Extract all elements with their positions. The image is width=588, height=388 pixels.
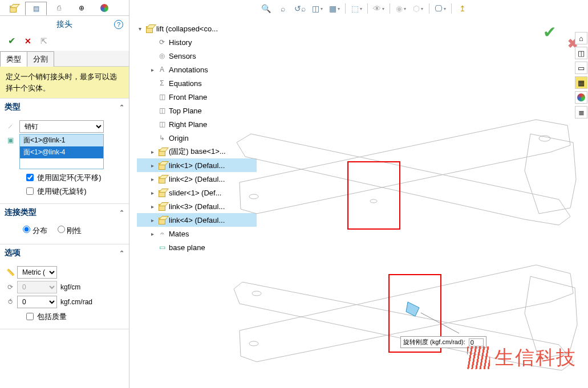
crosshair-icon: ⊕ xyxy=(79,4,84,12)
radio-distributed[interactable]: 分布 xyxy=(23,226,47,236)
tree-item-label: base plane xyxy=(169,243,205,252)
tree-item-label: Right Plane xyxy=(169,120,207,129)
tree-item-2[interactable]: ▸AAnnotations xyxy=(137,63,257,76)
use-fixed-ring-checkbox[interactable]: 使用固定环(无平移) xyxy=(26,173,124,183)
tab-split[interactable]: 分割 xyxy=(27,51,54,67)
home-icon[interactable]: ⌂ xyxy=(575,32,587,44)
section-options-header[interactable]: 选项 ⌃ xyxy=(0,244,129,262)
triad-icon[interactable]: ↥ xyxy=(456,2,469,15)
scene-icon[interactable]: ⬡ xyxy=(412,2,424,15)
tree-item-label: Mates xyxy=(169,230,189,238)
watermark-text: 生信科技 xyxy=(494,345,577,371)
stiffness-icon: ⟳ xyxy=(5,283,16,291)
rot-stiffness-icon: ⥀ xyxy=(5,298,16,306)
mates-icon: 𝄐 xyxy=(157,229,167,238)
tree-root-label: lift (collapsed<co... xyxy=(156,24,218,33)
plane-icon: ◫ xyxy=(157,120,167,129)
help-icon[interactable]: ? xyxy=(114,20,123,29)
selection-item-1[interactable]: 面<1>@link-1 xyxy=(20,134,103,146)
grid-icon[interactable]: ▦ xyxy=(575,76,587,89)
folder-icon[interactable]: ▭ xyxy=(575,62,587,74)
part-icon xyxy=(157,215,167,224)
property-panel: ▤ ⎙ ⊕ 接头 ? ✔ ✕ ⇱ 类型 分割 定义一个销钉接头时，最多可以选择十… xyxy=(0,0,129,388)
radio-rigid[interactable]: 刚性 xyxy=(58,226,82,236)
tab-properties-icon[interactable]: ▤ xyxy=(25,2,47,15)
view-orientation-icon[interactable]: ▦ xyxy=(328,2,340,15)
include-mass-checkbox[interactable]: 包括质量 xyxy=(26,312,124,322)
chevron-up-icon: ⌃ xyxy=(119,250,124,257)
tree-item-label: Equations xyxy=(169,79,202,88)
section-view-icon[interactable]: ◫ xyxy=(311,2,323,15)
panel-title-text: 接头 xyxy=(56,19,72,30)
expand-icon[interactable]: ▸ xyxy=(149,162,155,169)
cube-view-icon[interactable]: ◫ xyxy=(575,47,587,59)
section-connection-header[interactable]: 连接类型 ⌃ xyxy=(0,204,129,221)
tab-appearance-icon[interactable] xyxy=(94,1,115,15)
tree-item-0[interactable]: ⟳History xyxy=(137,35,257,49)
section-type-header[interactable]: 类型 ⌃ xyxy=(0,99,129,116)
include-mass-input[interactable] xyxy=(26,313,34,320)
unit-system-select[interactable]: Metric (G) xyxy=(17,266,57,279)
expand-icon[interactable]: ▸ xyxy=(149,231,155,237)
hint-box: 定义一个销钉接头时，最多可以选择十个实体。 xyxy=(0,67,129,99)
render-icon[interactable]: 🖵 xyxy=(434,2,447,15)
use-key-checkbox[interactable]: 使用键(无旋转) xyxy=(26,186,124,197)
zoom-area-icon[interactable]: ⌕ xyxy=(277,2,289,15)
expand-icon[interactable]: ▸ xyxy=(149,149,155,155)
pin-button[interactable]: ⇱ xyxy=(40,36,47,46)
appearance-ball-icon[interactable] xyxy=(575,91,587,104)
tree-item-1[interactable]: ◎Sensors xyxy=(137,49,257,63)
part-icon xyxy=(157,188,167,197)
display-style-icon[interactable]: ⬚ xyxy=(350,2,363,15)
svg-point-3 xyxy=(249,341,258,346)
tab-type[interactable]: 类型 xyxy=(0,51,27,67)
expand-icon[interactable]: ▸ xyxy=(149,203,155,210)
list-icon[interactable]: ≣ xyxy=(575,106,587,119)
chevron-up-icon: ⌃ xyxy=(119,209,124,217)
tab-config-icon[interactable]: ⎙ xyxy=(48,1,70,15)
stiffness-value: 0 xyxy=(17,281,57,293)
eq-icon: Σ xyxy=(157,79,167,88)
tree-item-label: link<4> (Defaul... xyxy=(169,216,225,224)
expand-icon[interactable]: ▸ xyxy=(149,67,155,73)
tree-item-label: slider<1> (Def... xyxy=(169,189,222,197)
tab-target-icon[interactable]: ⊕ xyxy=(71,1,92,15)
expand-icon[interactable]: ▸ xyxy=(149,190,155,196)
expand-icon[interactable]: ▸ xyxy=(149,217,155,223)
expand-icon[interactable]: ▸ xyxy=(149,176,155,182)
rot-stiffness-value[interactable]: 0 xyxy=(17,296,57,308)
section-connection: 连接类型 ⌃ 分布 刚性 xyxy=(0,204,129,244)
selection-list[interactable]: 面<1>@link-1 面<1>@link-4 xyxy=(19,134,104,169)
watermark: 生信科技 xyxy=(467,345,577,371)
accept-check-icon[interactable]: ✔ xyxy=(543,23,556,42)
callout-label: 旋转刚度 (kgf.cm/rad): xyxy=(403,338,465,346)
joint-type-icon: ⟋ xyxy=(5,122,16,130)
assembly-icon xyxy=(145,24,154,33)
config-icon: ⎙ xyxy=(57,4,61,12)
selection-item-2[interactable]: 面<1>@link-4 xyxy=(20,146,103,158)
part-icon xyxy=(157,161,167,170)
use-fixed-ring-input[interactable] xyxy=(26,174,34,181)
section-type: 类型 ⌃ ⟋ 销钉 ▣ 面<1>@link-1 面<1>@link-4 使用固定… xyxy=(0,99,129,204)
panel-title: 接头 ? xyxy=(0,16,129,33)
tree-item-label: History xyxy=(169,38,192,47)
collapse-icon[interactable]: ▾ xyxy=(137,26,143,32)
cancel-button[interactable]: ✕ xyxy=(25,36,31,46)
use-key-label: 使用键(无旋转) xyxy=(37,186,87,197)
highlight-box-1 xyxy=(347,161,400,230)
joint-type-select[interactable]: 销钉 xyxy=(19,120,104,133)
cube-icon xyxy=(9,3,18,13)
zoom-prev-icon[interactable]: ↺⌕ xyxy=(294,2,306,15)
section-options-title: 选项 xyxy=(5,248,21,258)
part-icon xyxy=(157,147,167,156)
ruler-icon: 📏 xyxy=(5,268,16,276)
hide-show-icon[interactable]: 👁 xyxy=(372,2,385,15)
appearance-icon[interactable]: ◉ xyxy=(395,2,407,15)
zoom-fit-icon[interactable]: 🔍 xyxy=(259,2,272,15)
use-key-input[interactable] xyxy=(26,187,34,195)
tree-root[interactable]: ▾ lift (collapsed<co... xyxy=(137,22,257,35)
use-fixed-ring-label: 使用固定环(无平移) xyxy=(37,173,102,183)
watermark-logo-icon xyxy=(467,346,490,369)
ok-button[interactable]: ✔ xyxy=(8,35,15,46)
tab-assembly-icon[interactable] xyxy=(2,1,24,15)
